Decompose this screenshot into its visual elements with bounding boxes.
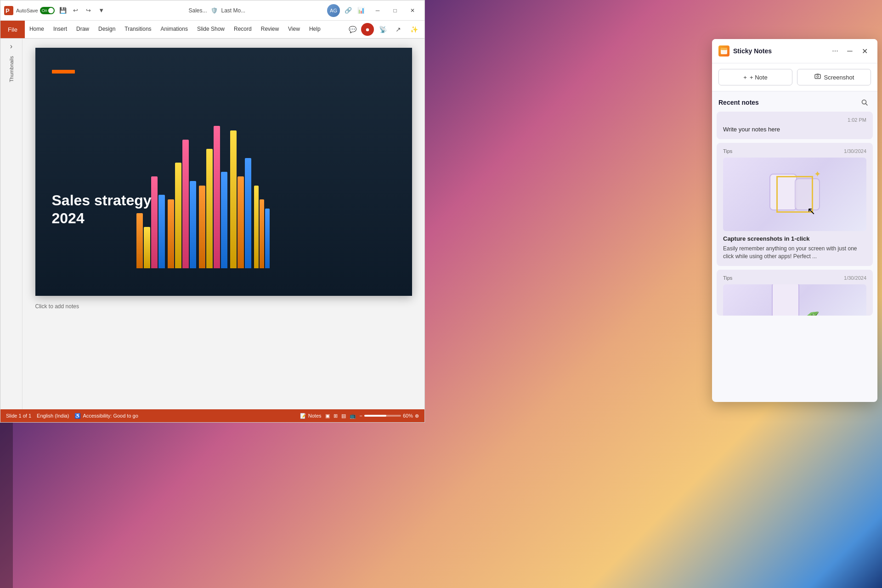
- autosave-toggle[interactable]: On: [40, 7, 55, 14]
- note-1-time: 1:02 PM: [848, 117, 866, 123]
- ribbon-action-buttons: 💬 ⏺ 📡 ↗ ✨: [345, 23, 424, 36]
- tab-animations[interactable]: Animations: [156, 21, 192, 38]
- thumbnails-expand-icon[interactable]: ›: [10, 42, 12, 51]
- plus-icon: +: [743, 74, 747, 81]
- screenshot-button[interactable]: Screenshot: [797, 69, 871, 85]
- save-icon[interactable]: 💾: [57, 5, 68, 16]
- zoom-out-icon[interactable]: −: [360, 413, 362, 418]
- tab-slideshow[interactable]: Slide Show: [192, 21, 229, 38]
- tab-design[interactable]: Design: [94, 21, 120, 38]
- note-card-2-header: Tips 1/30/2024: [723, 148, 866, 154]
- tab-insert[interactable]: Insert: [49, 21, 72, 38]
- sticky-notes-header: Sticky Notes ··· ─ ✕: [712, 39, 877, 63]
- redo-icon[interactable]: ↪: [83, 5, 94, 16]
- autosave-on-label: On: [42, 8, 47, 13]
- slide-title-line2: 2024: [52, 209, 152, 227]
- slide-area: Sales strategy 2024 Click to add notes: [23, 39, 424, 409]
- presenter-view-icon[interactable]: 📺: [350, 413, 356, 419]
- tab-view[interactable]: View: [283, 21, 305, 38]
- view-normal-icon[interactable]: ▣: [325, 413, 330, 419]
- notes-toggle[interactable]: 📝 Notes: [300, 413, 322, 419]
- present-icon[interactable]: 📊: [356, 5, 367, 16]
- note-card-1[interactable]: 1:02 PM Write your notes here: [717, 112, 873, 139]
- comment-icon[interactable]: 💬: [345, 23, 359, 36]
- autosave-label: AutoSave: [16, 8, 38, 13]
- accessibility-status: ♿ Accessibility: Good to go: [74, 413, 138, 419]
- sticky-close-button[interactable]: ✕: [858, 45, 871, 57]
- file-name: Sales...: [188, 7, 207, 14]
- window-controls: ─ □ ✕: [369, 4, 421, 17]
- add-note-button[interactable]: + + Note: [718, 69, 792, 85]
- note-2-tag: Tips: [723, 148, 732, 154]
- chart-bar: [175, 163, 181, 268]
- title-bar-icons: 💾 ↩ ↪ ▼: [57, 5, 107, 16]
- zoom-fit-icon[interactable]: ⊕: [415, 413, 419, 419]
- svg-rect-4: [721, 48, 727, 50]
- chart-group-3: [199, 126, 227, 268]
- undo-icon[interactable]: ↩: [70, 5, 81, 16]
- slide-count-text: Slide 1 of 1: [6, 413, 31, 418]
- shield-icon: 🛡️: [211, 7, 218, 14]
- svg-point-6: [817, 75, 819, 77]
- tab-transitions[interactable]: Transitions: [120, 21, 156, 38]
- sticky-notes-title: Sticky Notes: [733, 47, 825, 55]
- view-grid-icon[interactable]: ⊞: [334, 413, 338, 419]
- note-card-3[interactable]: Tips 1/30/2024 ✒: [717, 270, 873, 316]
- notes-placeholder: Click to add notes: [35, 303, 79, 310]
- tab-home[interactable]: Home: [25, 21, 49, 38]
- user-avatar[interactable]: AG: [327, 4, 340, 17]
- sticky-minimize-button[interactable]: ─: [843, 45, 856, 57]
- chart-bar: [237, 176, 244, 268]
- slide-title: Sales strategy 2024: [52, 192, 152, 227]
- chart-bar: [182, 140, 189, 268]
- note-card-1-header: 1:02 PM: [723, 117, 866, 123]
- sparkle-icon: ✦: [814, 169, 821, 179]
- minimize-button[interactable]: ─: [369, 4, 386, 17]
- search-button[interactable]: [858, 96, 871, 109]
- screenshot-label: Screenshot: [824, 74, 854, 81]
- notes-icon: 📝: [300, 413, 306, 419]
- note-3-image: ✒: [723, 284, 866, 316]
- tab-record[interactable]: Record: [229, 21, 256, 38]
- file-tab[interactable]: File: [0, 21, 25, 38]
- share-button[interactable]: ↗: [391, 23, 405, 36]
- share-icon[interactable]: 🔗: [343, 5, 354, 16]
- tab-review[interactable]: Review: [256, 21, 283, 38]
- corner-tl: [776, 176, 781, 181]
- toggle-dot: [48, 8, 54, 13]
- chart-bar: [221, 172, 227, 268]
- tab-draw[interactable]: Draw: [72, 21, 94, 38]
- chart-bar: [214, 126, 220, 268]
- title-center: Sales... 🛡️ Last Mo...: [110, 7, 324, 14]
- powerpoint-window: P AutoSave On 💾 ↩ ↪ ▼ Sales... 🛡️ Last M…: [0, 0, 425, 423]
- chart-group-5: [254, 186, 270, 268]
- notes-list: 1:02 PM Write your notes here Tips 1/30/…: [712, 112, 877, 402]
- sticky-more-options-button[interactable]: ···: [829, 45, 842, 57]
- chart-bar: [230, 130, 237, 268]
- view-reading-icon[interactable]: ▤: [341, 413, 346, 419]
- zoom-slider[interactable]: [364, 415, 401, 417]
- present-live-icon[interactable]: 📡: [376, 23, 390, 36]
- slide-orange-accent: [52, 70, 75, 74]
- zoom-level-text: 60%: [403, 413, 413, 418]
- autosave-section: AutoSave On: [16, 7, 55, 14]
- sticky-header-actions: ··· ─ ✕: [829, 45, 871, 57]
- customize-icon[interactable]: ▼: [96, 5, 107, 16]
- note-card-2[interactable]: Tips 1/30/2024 ✦ ↖: [717, 143, 873, 266]
- svg-rect-5: [815, 74, 820, 79]
- title-bar: P AutoSave On 💾 ↩ ↪ ▼ Sales... 🛡️ Last M…: [0, 0, 424, 21]
- close-button[interactable]: ✕: [404, 4, 421, 17]
- sticky-notes-panel: Sticky Notes ··· ─ ✕ + + Note Screenshot…: [712, 39, 877, 402]
- note-2-title: Capture screenshots in 1-click: [723, 235, 866, 243]
- record-button[interactable]: ⏺: [361, 23, 374, 36]
- designer-icon[interactable]: ✨: [407, 23, 421, 36]
- slide-container[interactable]: Sales strategy 2024: [35, 48, 412, 296]
- maximize-button[interactable]: □: [387, 4, 403, 17]
- tab-help[interactable]: Help: [305, 21, 325, 38]
- svg-text:P: P: [6, 7, 10, 14]
- slide-notes-area[interactable]: Click to add notes: [35, 300, 412, 313]
- cursor-icon: ↖: [807, 205, 815, 217]
- zoom-slider-fill: [364, 415, 386, 417]
- powerpoint-logo-icon: P: [4, 6, 13, 15]
- chart-bar: [245, 158, 251, 268]
